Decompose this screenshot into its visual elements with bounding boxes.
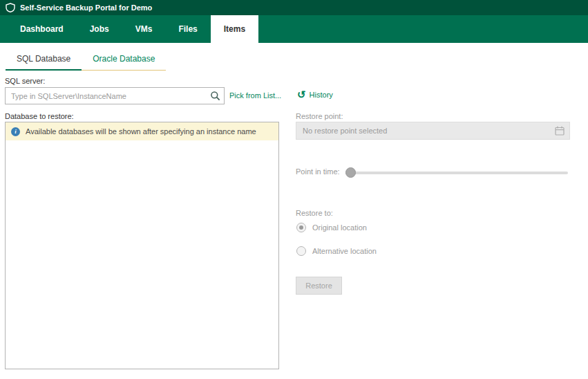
nav-tab-dashboard[interactable]: Dashboard [7, 15, 77, 43]
history-link-label: History [310, 91, 333, 99]
sql-server-input-wrap [5, 87, 225, 104]
radio-alternative-location-label: Alternative location [312, 247, 377, 255]
restore-button[interactable]: Restore [296, 277, 342, 295]
nav-tab-vms[interactable]: VMs [122, 15, 166, 43]
restore-to-label: Restore to: [296, 209, 333, 217]
database-to-restore-label: Database to restore: [5, 112, 74, 120]
history-link[interactable]: ↺ History [297, 90, 333, 99]
portal-logo-icon [6, 3, 15, 12]
nav-tab-jobs[interactable]: Jobs [77, 15, 122, 43]
portal-title: Self-Service Backup Portal for Demo [20, 3, 152, 12]
sql-server-input[interactable] [5, 87, 225, 104]
history-icon: ↺ [297, 90, 306, 99]
database-list-panel: i Available databases will be shown afte… [5, 122, 279, 369]
restore-point-value: No restore point selected [303, 127, 387, 135]
info-bar: i Available databases will be shown afte… [6, 122, 278, 140]
info-message: Available databases will be shown after … [26, 127, 256, 136]
radio-button-icon [296, 246, 306, 256]
search-icon[interactable] [210, 91, 220, 101]
point-in-time-slider [345, 167, 568, 178]
portal-header: Self-Service Backup Portal for Demo [0, 0, 588, 15]
sql-server-label: SQL server: [5, 77, 45, 85]
main-nav: Dashboard Jobs VMs Files Items [0, 15, 588, 43]
radio-original-location-label: Original location [312, 223, 367, 232]
radio-alternative-location[interactable]: Alternative location [296, 246, 377, 256]
radio-original-location[interactable]: Original location [296, 223, 367, 232]
slider-track[interactable] [345, 172, 568, 174]
point-in-time-label: Point in time: [296, 167, 340, 176]
nav-tab-files[interactable]: Files [165, 15, 210, 43]
nav-tab-items[interactable]: Items [211, 15, 258, 43]
restore-point-label: Restore point: [296, 112, 343, 120]
tab-oracle-database[interactable]: Oracle Database [82, 50, 166, 71]
items-content: SQL server: Pick from List... ↺ History … [0, 71, 588, 378]
tab-sql-database[interactable]: SQL Database [6, 50, 82, 71]
slider-handle[interactable] [345, 167, 356, 178]
calendar-icon[interactable] [555, 126, 565, 136]
restore-point-field[interactable]: No restore point selected [296, 122, 570, 140]
radio-button-icon [296, 223, 306, 232]
item-type-tabs: SQL Database Oracle Database [6, 50, 588, 71]
info-icon: i [11, 127, 20, 136]
pick-from-list-link[interactable]: Pick from List... [229, 91, 281, 100]
